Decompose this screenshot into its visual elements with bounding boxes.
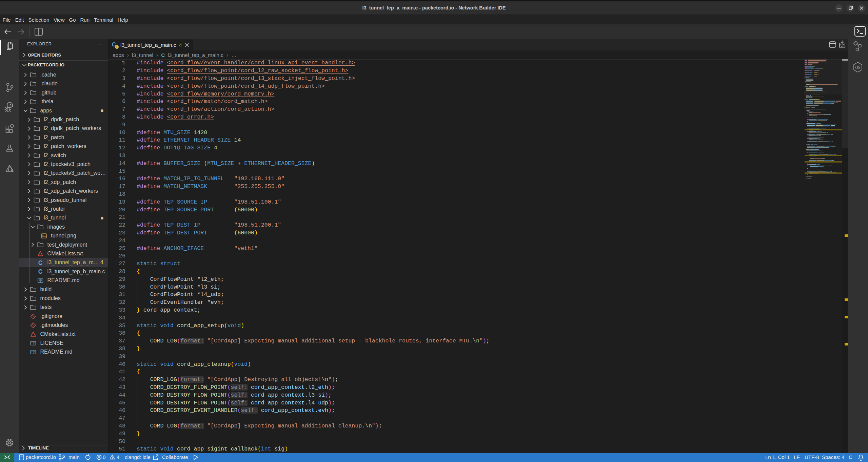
svg-text:0x: 0x <box>855 65 861 70</box>
